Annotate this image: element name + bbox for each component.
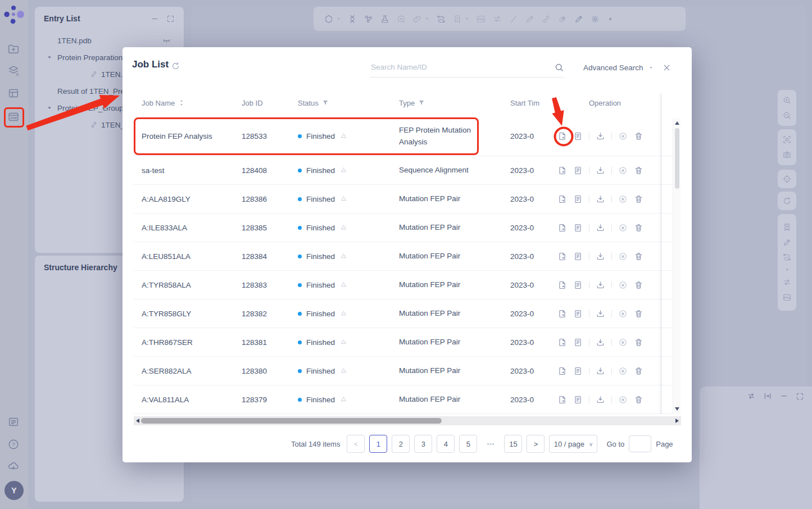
stop-icon[interactable] (618, 166, 628, 175)
notify-bell-icon[interactable] (339, 281, 348, 289)
download-icon[interactable] (596, 131, 605, 141)
view-result-icon[interactable] (557, 280, 567, 290)
download-icon[interactable] (596, 252, 605, 261)
layers-icon[interactable] (7, 65, 21, 78)
delete-icon[interactable] (634, 252, 643, 261)
zoom-out-icon[interactable] (782, 111, 792, 120)
notify-bell-icon[interactable] (339, 166, 348, 175)
delete-icon[interactable] (634, 366, 643, 376)
view-result-icon[interactable] (557, 194, 567, 204)
notify-bell-icon[interactable] (339, 396, 348, 404)
molecule-icon[interactable] (364, 14, 374, 24)
page-size-select[interactable]: 10 / page∨ (549, 435, 597, 453)
overlap-circles-icon[interactable] (557, 14, 568, 24)
download-icon[interactable] (596, 166, 605, 175)
view-log-icon[interactable] (573, 395, 583, 405)
notify-bell-icon[interactable] (339, 195, 348, 203)
download-icon[interactable] (596, 223, 605, 233)
user-avatar[interactable]: Y (4, 481, 24, 500)
notify-bell-icon[interactable] (339, 252, 348, 261)
stop-icon[interactable] (618, 252, 628, 261)
view-log-icon[interactable] (573, 338, 583, 347)
stop-icon[interactable] (618, 338, 628, 347)
notify-bell-icon[interactable] (339, 338, 348, 347)
notify-bell-icon[interactable] (339, 224, 348, 232)
filter-icon[interactable] (418, 99, 425, 107)
page-button-15[interactable]: 15 (504, 435, 522, 453)
view-log-icon[interactable] (573, 309, 583, 319)
stop-icon[interactable] (618, 280, 628, 290)
minimize-icon[interactable] (779, 392, 788, 401)
map-icon[interactable] (476, 14, 486, 24)
view-result-icon[interactable] (557, 366, 567, 376)
dna-icon[interactable] (347, 14, 357, 24)
notify-bell-icon[interactable] (339, 132, 348, 140)
route-icon[interactable] (782, 252, 792, 262)
view-result-icon[interactable] (557, 223, 567, 233)
filter-icon[interactable] (321, 99, 329, 107)
page-button-4[interactable]: 4 (437, 435, 455, 453)
view-log-icon[interactable] (573, 252, 583, 261)
vertical-scrollbar[interactable] (673, 118, 681, 414)
table-row[interactable]: Protein FEP Analysis 128533 Finished FEP… (134, 117, 681, 156)
table-row[interactable]: A:THR867SER 128381 Finished Mutation FEP… (134, 328, 681, 357)
view-result-icon[interactable] (557, 338, 567, 347)
page-button-2[interactable]: 2 (392, 435, 410, 453)
scroll-right-arrow[interactable] (675, 419, 679, 423)
route-icon[interactable] (436, 14, 446, 24)
stop-icon[interactable] (618, 194, 628, 204)
delete-icon[interactable] (634, 223, 643, 233)
table-row[interactable]: A:VAL811ALA 128379 Finished Mutation FEP… (134, 385, 681, 414)
notify-bell-icon[interactable] (339, 367, 348, 375)
download-icon[interactable] (596, 395, 605, 405)
page-button-1[interactable]: 1 (369, 435, 387, 453)
structure-hexagon-icon[interactable] (324, 14, 341, 24)
view-log-icon[interactable] (573, 223, 583, 233)
view-log-icon[interactable] (573, 366, 583, 376)
scroll-down-arrow[interactable] (675, 407, 679, 411)
table-row[interactable]: sa-test 128408 Finished Sequence Alignme… (134, 156, 681, 185)
table-row[interactable]: A:SER882ALA 128380 Finished Mutation FEP… (134, 357, 681, 385)
minimize-icon[interactable] (151, 15, 159, 23)
entry-tree-item[interactable]: 1TEN.pdb (40, 32, 178, 49)
stop-icon[interactable] (618, 366, 628, 376)
fit-screen-icon[interactable] (782, 135, 792, 144)
refresh-icon[interactable] (171, 61, 180, 71)
download-icon[interactable] (596, 366, 605, 376)
view-result-icon[interactable] (557, 166, 567, 175)
link-bond-icon[interactable] (541, 14, 551, 24)
delete-icon[interactable] (634, 280, 643, 290)
view-result-icon[interactable] (557, 395, 567, 405)
fullscreen-icon[interactable] (166, 15, 175, 23)
goto-page-input[interactable] (629, 435, 651, 452)
table-row[interactable]: A:ILE833ALA 128385 Finished Mutation FEP… (134, 213, 681, 242)
align-icon[interactable] (763, 392, 772, 401)
table-row[interactable]: A:ALA819GLY 128386 Finished Mutation FEP… (134, 185, 681, 213)
new-entry-icon[interactable] (7, 43, 21, 56)
column-type[interactable]: Type (399, 99, 510, 107)
caret-down-icon[interactable] (46, 54, 53, 61)
advanced-search-button[interactable]: Advanced Search (583, 63, 654, 72)
download-icon[interactable] (596, 309, 605, 319)
swap-icon[interactable] (492, 14, 502, 24)
download-icon[interactable] (596, 194, 605, 204)
view-log-icon[interactable] (573, 166, 583, 175)
notify-bell-icon[interactable] (339, 310, 348, 318)
view-result-icon[interactable] (557, 252, 567, 261)
close-icon[interactable] (662, 63, 672, 72)
collapse-toolbar-icon[interactable] (606, 15, 614, 23)
swap-icon[interactable] (782, 278, 792, 287)
panel-board-icon[interactable] (7, 87, 21, 101)
table-row[interactable]: A:TYR858GLY 128382 Finished Mutation FEP… (134, 299, 681, 328)
stop-icon[interactable] (618, 131, 628, 141)
flask-icon[interactable] (380, 14, 390, 24)
view-log-icon[interactable] (573, 280, 583, 290)
line-tool-icon[interactable] (509, 14, 519, 24)
table-row[interactable]: A:TYR858ALA 128383 Finished Mutation FEP… (134, 271, 681, 299)
marker-pen-icon[interactable] (525, 14, 535, 24)
help-icon[interactable] (7, 438, 21, 452)
delete-icon[interactable] (634, 309, 643, 319)
job-list-icon[interactable] (7, 111, 21, 124)
delete-icon[interactable] (634, 131, 643, 141)
delete-icon[interactable] (634, 395, 643, 405)
